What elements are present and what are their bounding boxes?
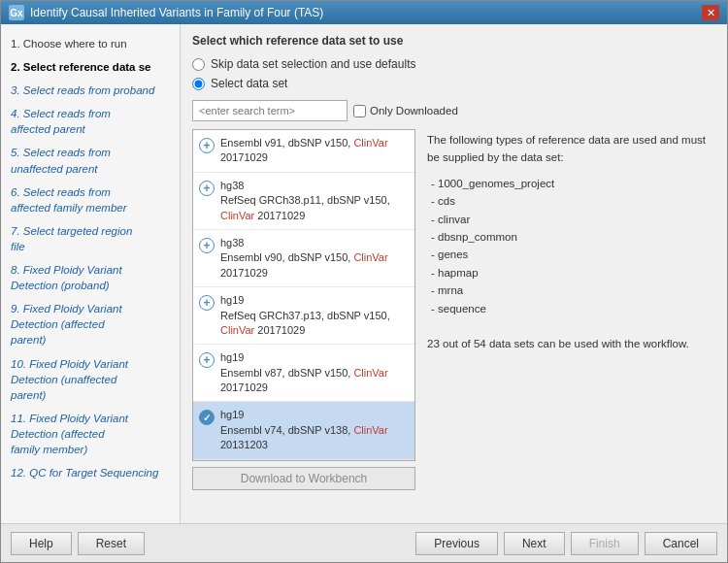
info-list-item: cds bbox=[431, 192, 711, 210]
window: Gx Identify Causal Inherited Variants in… bbox=[0, 0, 728, 563]
radio-select-label: Select data set bbox=[211, 77, 287, 90]
main-title: Select which reference data set to use bbox=[192, 34, 715, 48]
info-count: 23 out of 54 data sets can be used with … bbox=[427, 335, 711, 352]
footer-left: Help Reset bbox=[11, 532, 145, 555]
list-item-text: hg19Ensembl v87, dbSNP v150, ClinVar 201… bbox=[220, 350, 409, 395]
info-list-item: clinvar bbox=[431, 211, 711, 228]
info-list-item: genes bbox=[431, 246, 711, 263]
search-input[interactable] bbox=[192, 100, 347, 121]
finish-button[interactable]: Finish bbox=[571, 532, 639, 555]
plus-icon: + bbox=[199, 238, 215, 253]
only-downloaded-checkbox[interactable] bbox=[353, 105, 366, 117]
list-item[interactable]: + hg19RefSeq GRCh37.p13, dbSNP v150, Cli… bbox=[193, 287, 414, 345]
sidebar-item-6[interactable]: 6. Select reads fromaffected family memb… bbox=[1, 181, 180, 219]
plus-icon: + bbox=[199, 138, 215, 153]
info-list-item: 1000_genomes_project bbox=[431, 175, 711, 192]
content-area: 1. Choose where to run 2. Select referen… bbox=[1, 24, 727, 523]
help-button[interactable]: Help bbox=[11, 532, 72, 555]
lower-section: + Ensembl v91, dbSNP v150, ClinVar 20171… bbox=[192, 129, 715, 513]
plus-icon: + bbox=[199, 181, 215, 196]
sidebar-item-5[interactable]: 5. Select reads fromunaffected parent bbox=[1, 141, 180, 180]
next-button[interactable]: Next bbox=[504, 532, 565, 555]
radio-select[interactable] bbox=[192, 78, 205, 90]
list-item-text: hg19RefSeq GRCh37.p13, dbSNP v150, ClinV… bbox=[220, 293, 409, 338]
radio-skip-row[interactable]: Skip data set selection and use defaults bbox=[192, 57, 715, 71]
dataset-list[interactable]: + Ensembl v91, dbSNP v150, ClinVar 20171… bbox=[192, 129, 415, 461]
radio-select-row[interactable]: Select data set bbox=[192, 77, 715, 90]
only-downloaded-label[interactable]: Only Downloaded bbox=[353, 105, 458, 117]
download-workbench-button[interactable]: Download to Workbench bbox=[192, 467, 415, 490]
sidebar-item-11[interactable]: 11. Fixed Ploidy VariantDetection (affec… bbox=[1, 407, 180, 461]
list-item[interactable]: + Ensembl v91, dbSNP v150, ClinVar 20171… bbox=[193, 130, 414, 173]
main-panel: Select which reference data set to use S… bbox=[181, 24, 727, 523]
sidebar-item-2[interactable]: 2. Select reference data se bbox=[1, 55, 180, 79]
list-item-selected[interactable]: ✓ hg19Ensembl v74, dbSNP v138, ClinVar 2… bbox=[193, 402, 414, 459]
plus-icon: + bbox=[199, 352, 215, 368]
info-panel: The following types of reference data ar… bbox=[423, 129, 715, 513]
sidebar-item-4[interactable]: 4. Select reads fromaffected parent bbox=[1, 102, 180, 141]
radio-skip[interactable] bbox=[192, 58, 205, 71]
plus-icon: + bbox=[199, 295, 215, 311]
list-item[interactable]: + hg19Ensembl v87, dbSNP v150, ClinVar 2… bbox=[193, 345, 414, 402]
info-list-item: mrna bbox=[431, 282, 711, 299]
radio-group: Skip data set selection and use defaults… bbox=[192, 57, 715, 90]
sidebar-item-10[interactable]: 10. Fixed Ploidy VariantDetection (unaff… bbox=[1, 352, 180, 407]
info-list-item: dbsnp_common bbox=[431, 228, 711, 246]
info-list-item: hapmap bbox=[431, 264, 711, 282]
titlebar-left: Gx Identify Causal Inherited Variants in… bbox=[9, 5, 323, 20]
list-item-text: hg19Ensembl v74, dbSNP v138, ClinVar 201… bbox=[220, 408, 409, 452]
reset-button[interactable]: Reset bbox=[78, 532, 145, 555]
list-item-text: Ensembl v91, dbSNP v150, ClinVar 2017102… bbox=[220, 136, 409, 166]
footer: Help Reset Previous Next Finish Cancel bbox=[1, 523, 727, 562]
sidebar-item-9[interactable]: 9. Fixed Ploidy VariantDetection (affect… bbox=[1, 297, 180, 351]
sidebar-item-3[interactable]: 3. Select reads from proband bbox=[1, 79, 180, 102]
window-title: Identify Causal Inherited Variants in Fa… bbox=[30, 6, 323, 19]
radio-skip-label: Skip data set selection and use defaults bbox=[211, 57, 415, 71]
sidebar-item-7[interactable]: 7. Select targeted regionfile bbox=[1, 219, 180, 258]
sidebar-item-12[interactable]: 12. QC for Target Sequencing bbox=[1, 461, 180, 484]
sidebar-item-1[interactable]: 1. Choose where to run bbox=[1, 32, 180, 55]
list-item-text: hg38RefSeq GRCh38.p11, dbSNP v150, ClinV… bbox=[220, 179, 409, 223]
info-list: 1000_genomes_project cds clinvar dbsnp_c… bbox=[427, 175, 711, 317]
info-description: The following types of reference data ar… bbox=[427, 131, 711, 167]
check-icon: ✓ bbox=[199, 410, 215, 425]
info-list-item: sequence bbox=[431, 300, 711, 317]
app-icon: Gx bbox=[9, 5, 24, 20]
close-button[interactable]: ✕ bbox=[702, 5, 719, 20]
cancel-button[interactable]: Cancel bbox=[645, 532, 717, 555]
list-item[interactable]: + hg38RefSeq GRCh38.p11, dbSNP v150, Cli… bbox=[193, 173, 414, 230]
previous-button[interactable]: Previous bbox=[415, 532, 498, 555]
titlebar: Gx Identify Causal Inherited Variants in… bbox=[1, 1, 727, 24]
sidebar: 1. Choose where to run 2. Select referen… bbox=[1, 24, 181, 523]
list-item-text: hg38Ensembl v90, dbSNP v150, ClinVar 201… bbox=[220, 236, 409, 281]
footer-right: Previous Next Finish Cancel bbox=[415, 532, 717, 555]
list-item[interactable]: + hg38Ensembl v90, dbSNP v150, ClinVar 2… bbox=[193, 230, 414, 287]
sidebar-item-8[interactable]: 8. Fixed Ploidy VariantDetection (proban… bbox=[1, 258, 180, 297]
search-row: Only Downloaded bbox=[192, 100, 715, 121]
